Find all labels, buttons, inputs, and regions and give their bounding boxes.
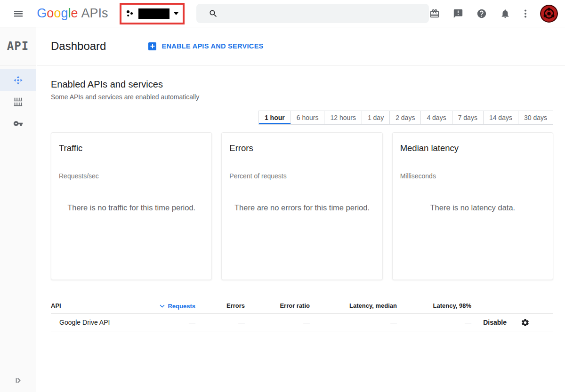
- search-bar[interactable]: [196, 4, 429, 23]
- logo-suffix: APIs: [81, 6, 108, 21]
- section-title: Enabled APIs and services: [51, 79, 553, 90]
- sidebar-item-library[interactable]: [0, 91, 36, 112]
- errors-value: —: [195, 319, 245, 326]
- feedback-icon: [453, 8, 463, 19]
- column-header-errors[interactable]: Errors: [195, 302, 245, 309]
- tab-30-days[interactable]: 30 days: [518, 111, 553, 125]
- dashboard-content: Enabled APIs and services Some APIs and …: [37, 79, 565, 331]
- avatar-image: [540, 5, 558, 23]
- page-title: Dashboard: [51, 40, 106, 53]
- logo-letter: o: [47, 6, 54, 21]
- notifications-icon: [500, 8, 510, 19]
- dashboard-compass-icon: [13, 75, 24, 86]
- main-content: Dashboard ENABLE APIS AND SERVICES Enabl…: [37, 27, 565, 392]
- more-vert-icon: [524, 8, 527, 19]
- time-range-tabs: 1 hour 6 hours 12 hours 1 day 2 days 4 d…: [51, 111, 553, 125]
- disable-button[interactable]: Disable: [483, 319, 507, 326]
- sidebar-item-credentials[interactable]: [0, 112, 36, 134]
- card-unit: Milliseconds: [400, 172, 545, 180]
- tab-7-days[interactable]: 7 days: [452, 111, 484, 125]
- column-header-latency-median[interactable]: Latency, median: [310, 302, 397, 309]
- collapse-panel-icon: [14, 376, 22, 384]
- tab-12-hours[interactable]: 12 hours: [324, 111, 362, 125]
- gift-icon: [429, 8, 440, 19]
- column-header-requests-label: Requests: [168, 303, 195, 310]
- errors-card: Errors Percent of requests There are no …: [221, 132, 382, 280]
- column-header-error-ratio[interactable]: Error ratio: [245, 302, 310, 309]
- sidebar-nav: [0, 69, 36, 134]
- hamburger-icon: [13, 8, 24, 19]
- left-sidebar: API: [0, 27, 36, 392]
- tab-1-hour[interactable]: 1 hour: [258, 111, 291, 125]
- latency-median-value: —: [310, 319, 397, 326]
- collapse-sidebar-button[interactable]: [0, 376, 36, 384]
- tab-6-hours[interactable]: 6 hours: [291, 111, 325, 125]
- api-table: API Requests Errors Error ratio Latency,…: [51, 298, 553, 331]
- search-input[interactable]: [224, 4, 429, 23]
- key-icon: [13, 119, 23, 128]
- card-empty-message: There are no errors for this time period…: [226, 203, 378, 212]
- project-dots-icon: [126, 9, 134, 18]
- api-name-link[interactable]: Google Drive API: [51, 319, 154, 326]
- row-actions: Disable: [471, 318, 553, 327]
- library-icon: [13, 96, 23, 107]
- redacted-project-name: [138, 8, 170, 19]
- help-button[interactable]: [476, 8, 487, 19]
- more-options-button[interactable]: [523, 8, 528, 19]
- logo-letter: g: [61, 6, 68, 21]
- account-avatar[interactable]: [540, 5, 558, 23]
- gear-icon: [521, 318, 530, 327]
- hamburger-menu-button[interactable]: [11, 7, 25, 21]
- notifications-button[interactable]: [500, 8, 511, 19]
- help-icon: [476, 8, 487, 19]
- google-apis-logo[interactable]: Google APIs: [37, 6, 108, 21]
- project-selector[interactable]: [120, 3, 185, 24]
- column-header-requests[interactable]: Requests: [154, 302, 195, 310]
- error-ratio-value: —: [245, 319, 310, 326]
- tab-1-day[interactable]: 1 day: [362, 111, 390, 125]
- card-unit: Percent of requests: [229, 172, 374, 180]
- card-title: Median latency: [400, 143, 545, 153]
- enable-apis-label: ENABLE APIS AND SERVICES: [161, 42, 263, 50]
- latency-98-value: —: [397, 319, 471, 326]
- column-header-api[interactable]: API: [51, 302, 154, 309]
- median-latency-card: Median latency Milliseconds There is no …: [392, 132, 553, 280]
- card-empty-message: There is no latency data.: [396, 203, 549, 212]
- tab-14-days[interactable]: 14 days: [483, 111, 518, 125]
- top-app-bar: Google APIs: [0, 0, 565, 27]
- caret-down-icon: [174, 12, 178, 15]
- header-action-icons: [429, 5, 558, 23]
- logo-letter: e: [71, 6, 78, 21]
- enable-apis-button[interactable]: ENABLE APIS AND SERVICES: [148, 42, 263, 50]
- sidebar-item-dashboard[interactable]: [0, 69, 36, 91]
- tab-2-days[interactable]: 2 days: [389, 111, 421, 125]
- api-table-header: API Requests Errors Error ratio Latency,…: [51, 298, 553, 314]
- column-header-latency-98[interactable]: Latency, 98%: [397, 302, 471, 309]
- logo-letter: o: [54, 6, 61, 21]
- api-home-logo[interactable]: API: [0, 27, 36, 65]
- gift-button[interactable]: [429, 8, 440, 19]
- table-row: Google Drive API — — — — — Disable: [51, 314, 553, 331]
- logo-letter: G: [37, 6, 47, 21]
- traffic-card: Traffic Requests/sec There is no traffic…: [51, 132, 212, 280]
- sort-chevron-down-icon: [160, 304, 165, 308]
- plus-icon: [148, 42, 156, 50]
- feedback-button[interactable]: [452, 8, 464, 19]
- card-title: Errors: [229, 143, 374, 153]
- search-icon: [209, 9, 218, 18]
- card-empty-message: There is no traffic for this time period…: [55, 203, 208, 212]
- page-header: Dashboard ENABLE APIS AND SERVICES: [37, 27, 565, 65]
- card-title: Traffic: [59, 143, 204, 153]
- section-subtitle: Some APIs and services are enabled autom…: [51, 93, 553, 101]
- metric-cards: Traffic Requests/sec There is no traffic…: [51, 132, 553, 280]
- tab-4-days[interactable]: 4 days: [420, 111, 452, 125]
- settings-button[interactable]: [521, 318, 530, 327]
- requests-value: —: [154, 319, 195, 326]
- card-unit: Requests/sec: [59, 172, 204, 180]
